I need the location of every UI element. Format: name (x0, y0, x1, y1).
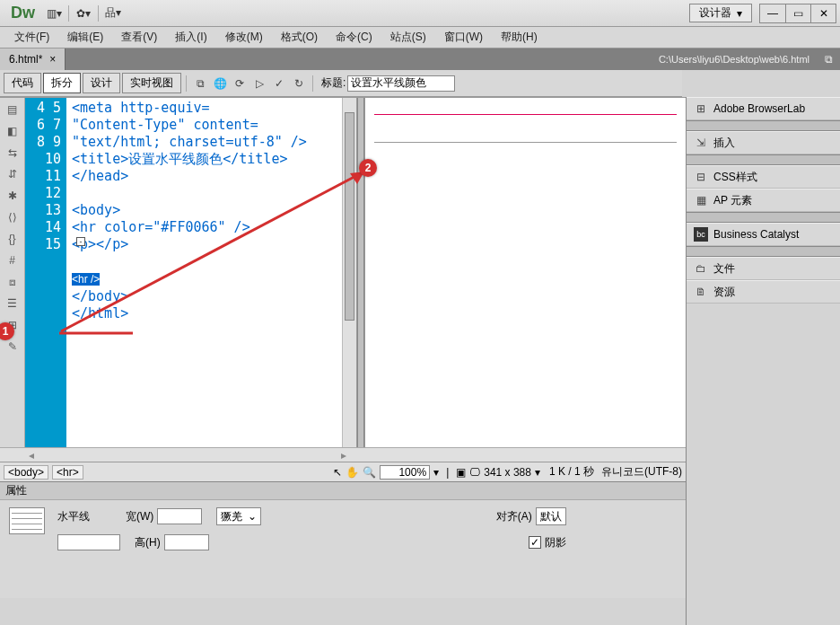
panel-css[interactable]: ⊟ CSS样式 (687, 165, 840, 189)
tag-body[interactable]: <body> (4, 465, 48, 480)
site-icon[interactable]: 品▾ (103, 4, 123, 22)
close-button[interactable]: ✕ (810, 4, 836, 22)
menu-modify[interactable]: 修改(M) (216, 28, 272, 47)
chevron-down-icon[interactable]: ▾ (535, 466, 540, 479)
vtool-7[interactable]: {} (4, 231, 21, 247)
properties-header[interactable]: 属性 (0, 482, 686, 500)
menu-insert[interactable]: 插入(I) (166, 28, 215, 47)
hand-icon[interactable]: ✋ (346, 466, 359, 479)
code-scrollbar[interactable] (342, 98, 356, 447)
fold-marker[interactable]: - (76, 237, 85, 246)
size-time-label: 1 K / 1 秒 (549, 464, 594, 480)
vtool-5[interactable]: ✱ (4, 188, 21, 204)
vtool-6[interactable]: ⟨⟩ (4, 209, 21, 225)
document-toolbar: 代码 拆分 设计 实时视图 ⧉ 🌐 ⟳ ▷ ✓ ↻ 标题: (0, 70, 682, 97)
vtool-3[interactable]: ⇆ (4, 145, 21, 161)
close-tab-icon[interactable]: × (49, 53, 56, 66)
design-view-button[interactable]: 设计 (83, 73, 120, 93)
panel-label: 插入 (713, 136, 735, 151)
refresh-icon[interactable]: ⟳ (231, 75, 249, 92)
line-gutter: 4 5 6 7 8 9 10 11 12 13 14 15 (25, 98, 66, 447)
right-panel-dock: ⊞ Adobe BrowserLab ⇲ 插入 ⊟ CSS样式 ▦ AP 元素 … (686, 97, 840, 625)
menu-bar: 文件(F) 编辑(E) 查看(V) 插入(I) 修改(M) 格式(O) 命令(C… (0, 27, 840, 48)
document-tab-bar: 6.html* × C:\Users\liyu6\Desktop\web\6.h… (0, 48, 840, 70)
menu-window[interactable]: 窗口(W) (435, 28, 492, 47)
globe-icon[interactable]: 🌐 (211, 75, 229, 92)
workspace-switcher[interactable]: 设计器 ▾ (689, 4, 752, 22)
panel-label: Adobe BrowserLab (713, 102, 805, 115)
code-pane[interactable]: 4 5 6 7 8 9 10 11 12 13 14 15 <meta http… (25, 98, 357, 447)
align-select[interactable]: 默认 (536, 507, 566, 525)
doc-menu-icon[interactable]: ⧉ (818, 50, 838, 68)
menu-edit[interactable]: 编辑(E) (58, 28, 112, 47)
panel-insert[interactable]: ⇲ 插入 (687, 131, 840, 154)
panel-label: CSS样式 (713, 170, 757, 185)
shadow-checkbox[interactable]: ✓ (529, 536, 541, 549)
chevron-down-icon: ▾ (737, 7, 742, 20)
menu-help[interactable]: 帮助(H) (492, 28, 547, 47)
check-icon[interactable]: ✓ (270, 75, 288, 92)
extend-icon[interactable]: ✿▾ (74, 4, 93, 22)
status-bar: <body> <hr> ↖ ✋ 🔍 ▾ | ▣ 🖵 341 x 388 ▾ 1 … (0, 462, 686, 481)
maximize-button[interactable]: ▭ (785, 4, 810, 22)
sync-icon[interactable]: ↻ (290, 75, 308, 92)
zoom-input[interactable] (380, 465, 430, 480)
live-view-button[interactable]: 实时视图 (122, 73, 181, 93)
menu-file[interactable]: 文件(F) (5, 28, 58, 47)
editor-split: ▤ ◧ ⇆ ⇵ ✱ ⟨⟩ {} # ⧈ ☰ ⊞ ✎ 4 5 6 7 8 9 10… (0, 97, 686, 447)
panel-label: 文件 (713, 261, 735, 277)
preview-hr-2[interactable] (374, 142, 677, 143)
menu-view[interactable]: 查看(V) (112, 28, 166, 47)
id-input[interactable] (57, 534, 120, 550)
layout-icon[interactable]: ▥▾ (44, 4, 64, 22)
split-view-button[interactable]: 拆分 (43, 73, 81, 93)
code-toolbar: ▤ ◧ ⇆ ⇵ ✱ ⟨⟩ {} # ⧈ ☰ ⊞ ✎ (0, 98, 25, 447)
menu-commands[interactable]: 命令(C) (327, 28, 381, 47)
inspect-icon[interactable]: ⧉ (191, 75, 209, 92)
vtool-4[interactable]: ⇵ (4, 166, 21, 182)
height-label: 高(H) (135, 535, 161, 550)
title-bar: Dw ▥▾ ✿▾ 品▾ 设计器 ▾ — ▭ ✕ (0, 0, 840, 27)
bc-icon: bc (694, 227, 708, 242)
assets-icon: 🗎 (694, 285, 708, 299)
vtool-1[interactable]: ▤ (4, 101, 21, 118)
vtool-8[interactable]: # (4, 252, 21, 268)
title-input[interactable] (347, 75, 455, 92)
unit-select[interactable]: 獗羌 ⌄ (216, 507, 261, 525)
panel-ap[interactable]: ▦ AP 元素 (687, 189, 840, 212)
document-path: C:\Users\liyu6\Desktop\web\6.html (652, 54, 817, 65)
dimensions-label: 341 x 388 (484, 466, 531, 479)
minimize-button[interactable]: — (760, 4, 785, 22)
height-input[interactable] (164, 534, 209, 550)
nav-icon[interactable]: ▷ (250, 75, 268, 92)
vtool-9[interactable]: ⧈ (4, 274, 21, 290)
document-tab[interactable]: 6.html* × (0, 48, 66, 70)
app-logo: Dw (4, 4, 42, 22)
code-view-button[interactable]: 代码 (4, 73, 41, 93)
width-input[interactable] (157, 508, 202, 524)
screen-icon[interactable]: 🖵 (469, 466, 480, 479)
menu-site[interactable]: 站点(S) (381, 28, 435, 47)
panel-label: AP 元素 (713, 193, 752, 208)
menu-format[interactable]: 格式(O) (272, 28, 327, 47)
preview-hr-1[interactable] (374, 114, 677, 115)
panel-assets[interactable]: 🗎 资源 (687, 280, 840, 304)
design-pane[interactable] (364, 98, 686, 447)
code-text[interactable]: <meta http-equiv= "Content-Type" content… (66, 98, 342, 447)
tag-hr[interactable]: <hr> (52, 465, 83, 480)
panel-browserlab[interactable]: ⊞ Adobe BrowserLab (687, 97, 840, 120)
vtool-12[interactable]: ✎ (4, 339, 21, 355)
unit-value: 獗羌 (221, 509, 242, 524)
panel-files[interactable]: 🗀 文件 (687, 257, 840, 280)
panel-bc[interactable]: bc Business Catalyst (687, 223, 840, 246)
vtool-10[interactable]: ☰ (4, 295, 21, 312)
hr-preview-swatch (9, 507, 45, 534)
device-icon[interactable]: ▣ (456, 466, 466, 479)
files-icon: 🗀 (694, 261, 708, 276)
zoom-icon[interactable]: 🔍 (363, 466, 376, 479)
pointer-icon[interactable]: ↖ (333, 466, 342, 479)
splitter[interactable] (357, 98, 364, 447)
horizontal-scrollbar[interactable]: ◂ ▸ (0, 447, 686, 462)
vtool-2[interactable]: ◧ (4, 123, 21, 139)
chevron-down-icon[interactable]: ▾ (433, 466, 439, 479)
